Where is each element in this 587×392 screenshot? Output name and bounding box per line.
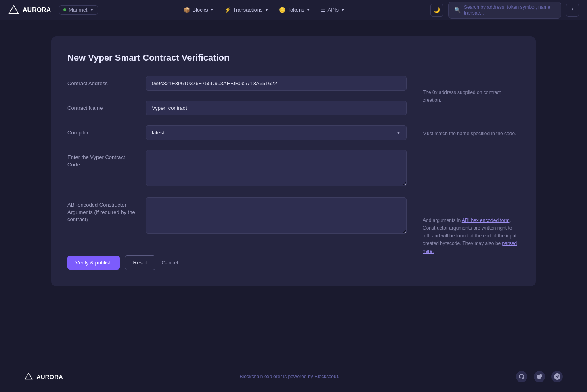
- contract-address-row: Contract Address: [67, 76, 407, 91]
- tokens-icon: 🪙: [279, 7, 285, 13]
- contract-address-label: Contract Address: [67, 76, 136, 87]
- search-shortcut-key[interactable]: /: [566, 4, 579, 17]
- svg-marker-1: [25, 373, 32, 379]
- abi-hint: Add arguments in ABI hex encoded form. C…: [423, 213, 520, 256]
- nav-center: 📦 Blocks ▼ ⚡ Transactions ▼ 🪙 Tokens ▼ ☰…: [106, 5, 422, 15]
- blocks-chevron-icon: ▼: [210, 8, 214, 12]
- github-icon[interactable]: [516, 371, 527, 382]
- compiler-label: Compiler: [67, 125, 136, 136]
- nav-item-transactions[interactable]: ⚡ Transactions ▼: [220, 5, 273, 15]
- hints-section: The 0x address supplied on contract crea…: [423, 52, 520, 270]
- compiler-wrapper: latest 0.3.10 0.3.9 0.3.7 0.3.3 ▼: [146, 125, 407, 140]
- form-section: New Vyper Smart Contract Verification Co…: [67, 52, 407, 270]
- address-hint-spacer: The 0x address supplied on contract crea…: [423, 52, 520, 104]
- theme-toggle[interactable]: 🌙: [430, 4, 443, 17]
- name-hint-spacer: Must match the name specified in the cod…: [423, 104, 520, 138]
- abi-hex-encoded-link[interactable]: ABI hex encoded form: [462, 218, 510, 223]
- abi-textarea[interactable]: [146, 197, 407, 234]
- contract-name-wrapper: [146, 101, 407, 115]
- form-buttons: Verify & publish Reset Cancel: [67, 255, 407, 270]
- compiler-select[interactable]: latest 0.3.10 0.3.9 0.3.7 0.3.3: [146, 125, 407, 140]
- vyper-code-textarea[interactable]: [146, 150, 407, 186]
- svg-marker-0: [9, 5, 18, 13]
- nav-item-apis[interactable]: ☰ APIs ▼: [317, 5, 349, 15]
- footer-social-icons: [516, 371, 563, 382]
- vyper-code-row: Enter the Vyper Contract Code: [67, 150, 407, 188]
- form-divider: [67, 245, 407, 245]
- contract-address-input[interactable]: [146, 76, 407, 91]
- telegram-icon[interactable]: [551, 371, 563, 382]
- abi-label: ABI-encoded Constructor Arguments (if re…: [67, 197, 136, 224]
- page-title: New Vyper Smart Contract Verification: [67, 52, 407, 63]
- main-content: New Vyper Smart Contract Verification Co…: [0, 20, 587, 361]
- network-status-dot: [63, 8, 66, 11]
- abi-hint-spacer: Add arguments in ABI hex encoded form. C…: [423, 138, 520, 256]
- contract-name-label: Contract Name: [67, 101, 136, 112]
- compiler-select-wrapper: latest 0.3.10 0.3.9 0.3.7 0.3.3 ▼: [146, 125, 407, 140]
- transactions-icon: ⚡: [224, 7, 231, 13]
- nav-right: 🌙 🔍 Search by address, token symbol, nam…: [430, 2, 579, 19]
- blocks-icon: 📦: [184, 7, 190, 13]
- footer: AURORA Blockchain explorer is powered by…: [0, 361, 587, 392]
- nav-transactions-label: Transactions: [233, 7, 263, 13]
- tokens-chevron-icon: ▼: [306, 8, 310, 12]
- nav-logo-text: AURORA: [23, 6, 51, 14]
- reset-button[interactable]: Reset: [125, 255, 155, 270]
- nav-apis-label: APIs: [328, 7, 339, 13]
- network-chevron-icon: ▼: [90, 8, 94, 12]
- network-selector[interactable]: Mainnet ▼: [59, 5, 98, 15]
- address-hint: The 0x address supplied on contract crea…: [423, 85, 520, 104]
- name-hint: Must match the name specified in the cod…: [423, 126, 520, 138]
- navbar: AURORA Mainnet ▼ 📦 Blocks ▼ ⚡ Transactio…: [0, 0, 587, 20]
- vyper-code-wrapper: [146, 150, 407, 188]
- verification-card: New Vyper Smart Contract Verification Co…: [51, 36, 536, 286]
- apis-icon: ☰: [321, 7, 326, 13]
- vyper-code-label: Enter the Vyper Contract Code: [67, 150, 136, 168]
- abi-row: ABI-encoded Constructor Arguments (if re…: [67, 197, 407, 235]
- abi-wrapper: [146, 197, 407, 235]
- cancel-button[interactable]: Cancel: [160, 256, 180, 270]
- footer-logo: AURORA: [24, 372, 63, 381]
- search-icon: 🔍: [454, 7, 461, 13]
- shortcut-label: /: [572, 7, 573, 13]
- nav-item-tokens[interactable]: 🪙 Tokens ▼: [275, 5, 314, 15]
- nav-blocks-label: Blocks: [192, 7, 208, 13]
- network-label: Mainnet: [69, 7, 87, 13]
- contract-name-row: Contract Name: [67, 101, 407, 115]
- transactions-chevron-icon: ▼: [265, 8, 269, 12]
- footer-powered-by: Blockchain explorer is powered by Blocks…: [240, 374, 340, 379]
- verify-publish-button[interactable]: Verify & publish: [67, 256, 120, 270]
- footer-logo-text: AURORA: [36, 373, 63, 380]
- nav-item-blocks[interactable]: 📦 Blocks ▼: [180, 5, 218, 15]
- compiler-row: Compiler latest 0.3.10 0.3.9 0.3.7 0.3.3…: [67, 125, 407, 140]
- search-box[interactable]: 🔍 Search by address, token symbol, name,…: [448, 2, 561, 19]
- contract-address-wrapper: [146, 76, 407, 91]
- twitter-icon[interactable]: [534, 371, 545, 382]
- nav-tokens-label: Tokens: [287, 7, 304, 13]
- contract-name-input[interactable]: [146, 101, 407, 115]
- nav-logo[interactable]: AURORA: [8, 4, 51, 16]
- search-placeholder-text: Search by address, token symbol, name, t…: [464, 4, 555, 16]
- apis-chevron-icon: ▼: [341, 8, 345, 12]
